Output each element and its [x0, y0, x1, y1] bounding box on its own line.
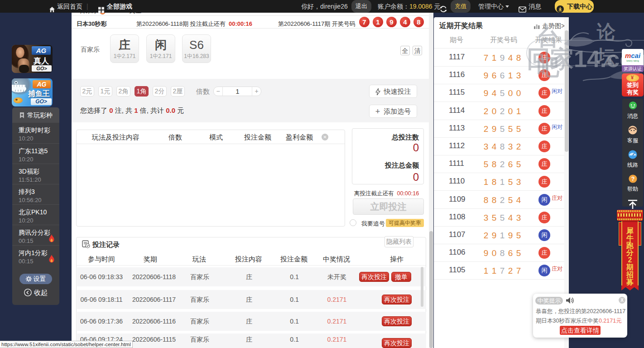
svg-text:?: ?: [631, 176, 634, 182]
